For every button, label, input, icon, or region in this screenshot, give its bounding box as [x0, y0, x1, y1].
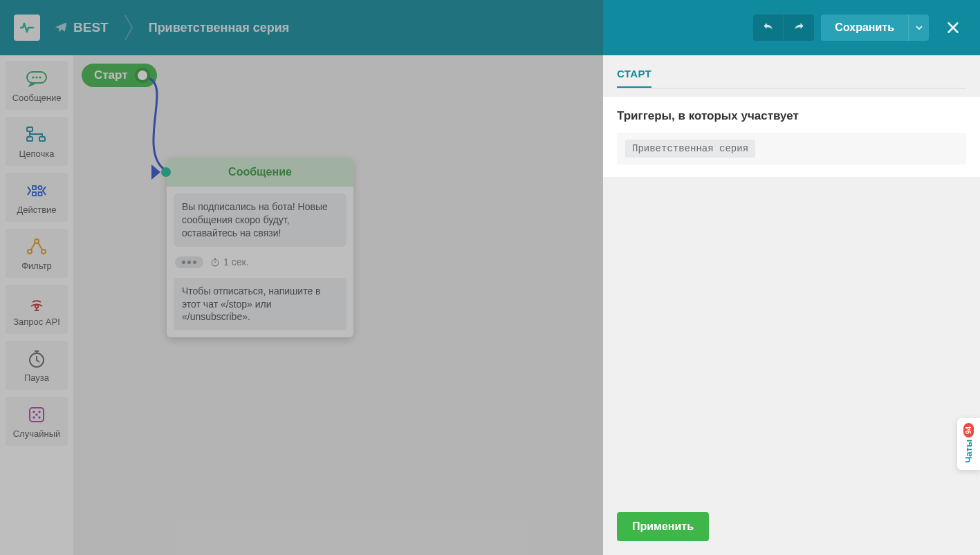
svg-rect-9	[33, 192, 36, 196]
palette-label: Фильтр	[21, 261, 52, 271]
palette-item-api[interactable]: Запрос API	[6, 285, 68, 334]
connector-arrow-icon	[151, 164, 160, 180]
undo-icon	[761, 21, 775, 35]
api-icon	[25, 293, 48, 312]
typing-delay: 1 сек.	[210, 256, 248, 267]
redo-icon	[792, 21, 806, 35]
tab-start[interactable]: СТАРТ	[617, 68, 651, 88]
svg-point-2	[35, 76, 37, 78]
message-bubble: Чтобы отписаться, напишите в этот чат «/…	[174, 278, 346, 331]
svg-point-3	[39, 76, 41, 78]
panel-footer: Применить	[603, 498, 980, 555]
flow-canvas[interactable]: Старт Сообщение Вы подписались на бота! …	[73, 55, 603, 555]
message-bubble: Вы подписались на бота! Новые сообщения …	[174, 194, 346, 247]
action-icon	[25, 181, 48, 200]
palette-item-action[interactable]: Действие	[6, 173, 68, 222]
app-header: BEST Приветственная серия Сохранить	[0, 0, 980, 55]
palette-item-random[interactable]: Случайный	[6, 397, 68, 446]
message-node-title: Сообщение	[167, 158, 353, 187]
typing-row: 1 сек.	[174, 254, 346, 271]
svg-point-18	[38, 411, 40, 413]
stopwatch-icon	[210, 257, 220, 267]
start-node[interactable]: Старт	[82, 64, 157, 87]
svg-rect-10	[39, 192, 42, 196]
panel-tabs: СТАРТ	[603, 55, 980, 88]
properties-panel: СТАРТ Триггеры, в которых участвует Прив…	[603, 55, 980, 555]
palette-item-pause[interactable]: Пауза	[6, 341, 68, 390]
close-icon	[945, 20, 961, 35]
svg-point-19	[35, 413, 37, 415]
trigger-chip[interactable]: Приветственная серия	[625, 140, 755, 158]
telegram-icon	[54, 21, 68, 35]
palette-label: Пауза	[24, 373, 49, 383]
svg-point-12	[28, 250, 32, 254]
undo-redo-group	[753, 15, 814, 41]
breadcrumb-separator-icon	[124, 14, 133, 41]
palette-item-message[interactable]: Сообщение	[6, 61, 68, 110]
palette-label: Случайный	[13, 429, 61, 439]
app-logo[interactable]	[14, 15, 40, 41]
close-button[interactable]	[940, 15, 966, 41]
svg-rect-7	[33, 186, 36, 189]
undo-button[interactable]	[753, 15, 784, 41]
main-area: Сообщение Цепочка Действие Фильтр Запрос…	[0, 55, 980, 555]
svg-rect-6	[39, 137, 45, 141]
palette-label: Сообщение	[12, 93, 62, 103]
filter-icon	[25, 237, 48, 256]
svg-rect-5	[27, 137, 33, 141]
bot-name[interactable]: BEST	[54, 20, 109, 35]
chat-badge: 94	[963, 423, 974, 438]
palette-label: Действие	[17, 205, 56, 215]
palette-label: Запрос API	[13, 317, 60, 327]
chain-icon	[25, 125, 48, 144]
message-node-in-port[interactable]	[161, 167, 171, 177]
flow-title: Приветственная серия	[149, 21, 290, 35]
random-icon	[25, 405, 48, 424]
pulse-icon	[19, 19, 35, 36]
message-node-body: Вы подписались на бота! Новые сообщения …	[167, 187, 353, 337]
header-actions: Сохранить	[753, 15, 966, 41]
bot-name-text: BEST	[73, 20, 109, 35]
save-dropdown-button[interactable]	[908, 15, 929, 41]
palette-item-filter[interactable]: Фильтр	[6, 229, 68, 278]
svg-point-17	[33, 411, 35, 413]
save-button-group: Сохранить	[821, 15, 929, 41]
palette-item-chain[interactable]: Цепочка	[6, 117, 68, 166]
trigger-row: Приветственная серия	[617, 133, 966, 164]
apply-button[interactable]: Применить	[617, 512, 709, 541]
palette-label: Цепочка	[19, 149, 55, 159]
message-node[interactable]: Сообщение Вы подписались на бота! Новые …	[167, 158, 353, 337]
triggers-section: Триггеры, в которых участвует Приветстве…	[603, 97, 980, 177]
svg-point-14	[35, 305, 38, 308]
svg-point-20	[33, 416, 35, 418]
save-button[interactable]: Сохранить	[821, 15, 908, 41]
tab-underline	[617, 88, 966, 88]
svg-point-22	[212, 260, 218, 266]
redo-button[interactable]	[784, 15, 814, 41]
caret-down-icon	[916, 24, 923, 31]
typing-delay-text: 1 сек.	[223, 256, 248, 267]
svg-point-13	[41, 250, 46, 254]
svg-rect-4	[27, 127, 33, 131]
triggers-section-title: Триггеры, в которых участвует	[617, 109, 966, 123]
svg-point-8	[38, 186, 41, 189]
start-node-label: Старт	[94, 68, 128, 82]
chat-tab-label: Чаты	[963, 440, 974, 463]
chat-side-tab[interactable]: 94 Чаты	[957, 418, 980, 470]
typing-dots-icon	[175, 256, 203, 268]
pause-icon	[25, 349, 48, 368]
start-node-out-port[interactable]	[135, 68, 150, 83]
message-icon	[25, 69, 48, 88]
svg-point-21	[38, 416, 40, 418]
node-palette: Сообщение Цепочка Действие Фильтр Запрос…	[0, 55, 73, 555]
svg-point-1	[32, 76, 34, 78]
